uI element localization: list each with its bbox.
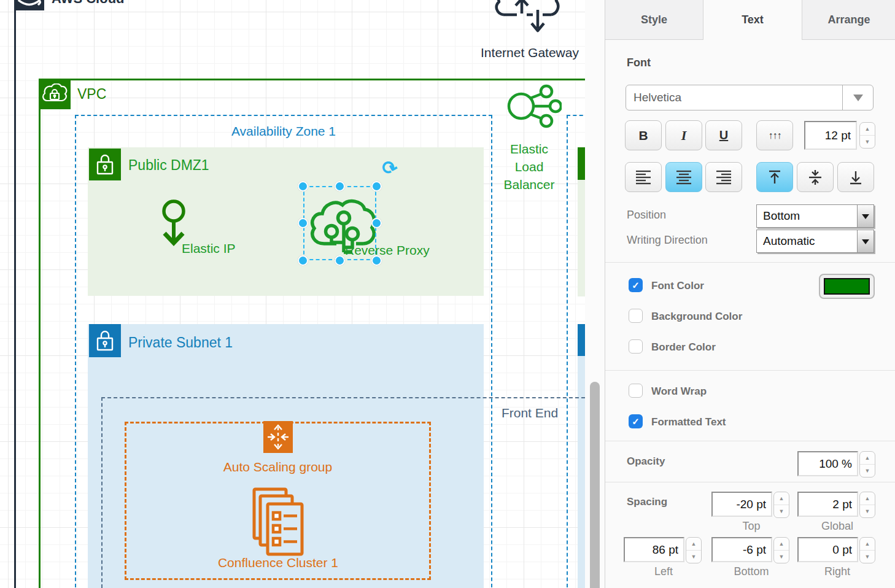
align-right-button[interactable]	[705, 162, 742, 192]
confluence-cluster-icon[interactable]	[250, 486, 307, 559]
selection-handle-e[interactable]	[371, 218, 382, 228]
stepper-up-icon[interactable]: ▲	[860, 123, 875, 136]
tab-arrange[interactable]: Arrange	[802, 0, 895, 40]
font-color-swatch[interactable]	[819, 274, 875, 299]
word-wrap-label: Word Wrap	[651, 385, 707, 398]
private-subnet-1-label[interactable]: Private Subnet 1	[128, 335, 233, 351]
align-left-button[interactable]	[625, 162, 662, 192]
tab-style[interactable]: Style	[605, 0, 703, 40]
private-subnet-1-lock-icon[interactable]	[89, 324, 121, 357]
diagram-canvas[interactable]: AWS Cloud Internet Gateway VPC Availabil…	[0, 0, 585, 588]
border-color-label: Border Color	[651, 341, 716, 354]
public-dmz2-box[interactable]	[578, 180, 585, 296]
spacing-global-input[interactable]	[797, 492, 858, 517]
font-family-dropdown[interactable]: Helvetica	[626, 85, 874, 110]
private-subnet-2-lock-icon[interactable]	[578, 324, 585, 356]
drawio-editor: { "canvas": { "aws_cloud_label": "AWS Cl…	[0, 0, 895, 588]
select-arrow-icon[interactable]	[857, 205, 874, 227]
spacing-right-field: ▲▼ Right	[797, 537, 877, 578]
valign-middle-button[interactable]	[797, 162, 834, 192]
position-label: Position	[627, 209, 666, 222]
public-dmz1-label[interactable]: Public DMZ1	[128, 157, 209, 174]
vertical-text-button[interactable]: ↑↑↑	[756, 120, 793, 150]
spacing-bottom-input[interactable]	[711, 537, 772, 562]
formatted-text-label: Formatted Text	[651, 416, 726, 428]
align-center-button[interactable]	[665, 162, 702, 192]
font-section-label: Font	[627, 56, 651, 69]
auto-scaling-group-label[interactable]: Auto Scaling group	[208, 460, 347, 474]
canvas-scrollbar-track[interactable]	[585, 0, 605, 588]
selection-handle-n[interactable]	[335, 181, 345, 191]
aws-cloud-label[interactable]: AWS Cloud	[52, 0, 125, 7]
background-color-checkbox[interactable]: ✓	[629, 309, 643, 323]
spacing-top-stepper[interactable]: ▲▼	[773, 492, 789, 518]
reverse-proxy-label[interactable]: Reverse Proxy	[345, 243, 430, 258]
font-color-swatch-color	[824, 278, 870, 295]
chevron-down-icon[interactable]	[842, 85, 873, 110]
private-subnet-2-box[interactable]	[578, 356, 585, 588]
format-panel-tabs: Style Text Arrange	[605, 0, 895, 40]
spacing-left-caption: Left	[624, 565, 703, 578]
opacity-stepper[interactable]: ▲▼	[859, 451, 875, 478]
font-size-stepper[interactable]: ▲ ▼	[859, 122, 875, 149]
select-arrow-icon[interactable]	[857, 230, 874, 252]
stepper-down-icon[interactable]: ▼	[860, 136, 875, 148]
spacing-right-caption: Right	[797, 565, 877, 578]
elastic-load-balancer-icon[interactable]	[503, 77, 562, 130]
opacity-input[interactable]	[797, 451, 858, 476]
selection-handle-s[interactable]	[335, 255, 345, 266]
availability-zone-1-label[interactable]: Availability Zone 1	[75, 124, 492, 139]
canvas-scrollbar-thumb[interactable]	[590, 382, 600, 588]
public-dmz1-lock-icon[interactable]	[89, 149, 121, 180]
font-color-checkbox[interactable]: ✓	[629, 278, 643, 292]
auto-scaling-icon[interactable]	[263, 421, 293, 453]
italic-button[interactable]: I	[665, 120, 702, 150]
spacing-left-input[interactable]	[624, 537, 684, 562]
spacing-top-caption: Top	[711, 520, 791, 533]
spacing-bottom-field: ▲▼ Bottom	[711, 537, 791, 578]
word-wrap-checkbox[interactable]: ✓	[629, 384, 643, 398]
spacing-global-stepper[interactable]: ▲▼	[859, 492, 875, 518]
spacing-top-field: ▲▼ Top	[711, 492, 791, 533]
internet-gateway-icon[interactable]	[495, 0, 560, 41]
bold-button[interactable]: B	[625, 120, 662, 150]
spacing-global-caption: Global	[797, 520, 877, 533]
opacity-field: ▲▼	[797, 451, 877, 478]
divider	[605, 482, 895, 482]
elastic-load-balancer-label[interactable]: Elastic Load Balancer	[490, 140, 568, 193]
spacing-left-stepper[interactable]: ▲▼	[686, 537, 702, 563]
front-end-box-top-border[interactable]	[101, 397, 585, 398]
elastic-ip-label[interactable]: Elastic IP	[182, 241, 236, 256]
font-family-value: Helvetica	[626, 91, 842, 104]
selection-handle-ne[interactable]	[371, 181, 382, 191]
spacing-global-field: ▲▼ Global	[797, 492, 877, 533]
front-end-box-left-border[interactable]	[101, 397, 103, 588]
confluence-cluster-label[interactable]: Confluence Cluster 1	[207, 555, 349, 570]
writing-direction-label: Writing Direction	[627, 234, 708, 247]
vpc-label[interactable]: VPC	[77, 86, 106, 103]
spacing-right-stepper[interactable]: ▲▼	[859, 537, 875, 563]
formatted-text-checkbox[interactable]: ✓	[629, 414, 643, 428]
spacing-top-input[interactable]	[711, 492, 772, 517]
selection-handle-nw[interactable]	[298, 181, 308, 191]
underline-button[interactable]: U	[705, 120, 742, 150]
border-color-checkbox[interactable]: ✓	[629, 339, 643, 354]
front-end-label[interactable]: Front End	[496, 406, 564, 420]
selection-handle-w[interactable]	[298, 218, 308, 228]
aws-cloud-icon[interactable]	[14, 0, 44, 10]
aws-cloud-group-border[interactable]	[14, 10, 16, 588]
font-size-input[interactable]	[804, 121, 857, 150]
public-dmz2-lock-icon[interactable]	[578, 147, 585, 180]
opacity-label: Opacity	[627, 455, 665, 468]
tab-text[interactable]: Text	[703, 0, 802, 40]
position-select[interactable]: Bottom	[756, 204, 874, 228]
internet-gateway-label[interactable]: Internet Gateway	[473, 45, 585, 60]
selection-handle-sw[interactable]	[298, 255, 308, 266]
valign-top-button[interactable]	[756, 162, 793, 192]
vpc-lock-cloud-icon[interactable]	[39, 79, 71, 109]
spacing-bottom-stepper[interactable]: ▲▼	[773, 537, 789, 563]
font-color-label: Font Color	[651, 280, 704, 292]
spacing-right-input[interactable]	[797, 537, 858, 562]
valign-bottom-button[interactable]	[837, 162, 874, 192]
writing-direction-select[interactable]: Automatic	[756, 230, 874, 253]
